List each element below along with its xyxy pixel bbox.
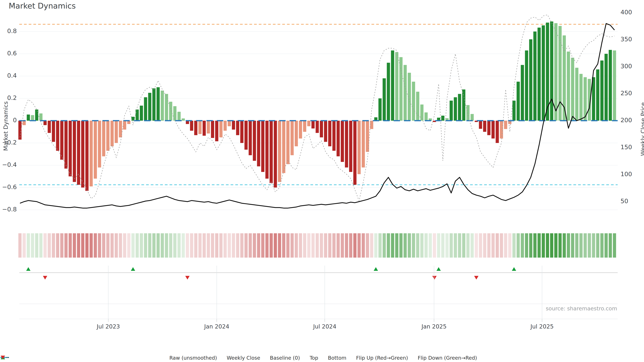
heatmap-cell	[550, 233, 553, 258]
heatmap-cell	[588, 233, 591, 258]
heatmap-cell	[140, 233, 143, 258]
heatmap-cell	[458, 233, 461, 258]
heatmap-cell	[575, 233, 578, 258]
right-tick-label: 400	[620, 9, 632, 15]
heatmap-cell	[600, 233, 604, 258]
heatmap-cell	[437, 233, 440, 258]
heatmap-cell	[278, 233, 281, 258]
bar	[378, 98, 382, 121]
bar	[52, 121, 55, 142]
heatmap-cell	[290, 233, 294, 258]
bar	[450, 100, 453, 121]
right-tick-label: 300	[620, 63, 632, 69]
heatmap-cell	[31, 233, 34, 258]
legend-item-price: Weekly Close	[224, 355, 260, 361]
x-tick-label: Jul 2024	[313, 323, 336, 330]
bar	[156, 87, 160, 121]
bar	[27, 114, 30, 121]
bar	[567, 52, 570, 121]
heatmap-cell	[173, 233, 176, 258]
bar	[312, 121, 314, 129]
bar	[320, 121, 323, 137]
heatmap-cell	[219, 233, 222, 258]
x-tick-label: Jan 2024	[204, 323, 229, 330]
heatmap-cell	[504, 233, 507, 258]
left-tick-label: −0.6	[0, 184, 17, 190]
bar	[219, 121, 222, 137]
heatmap-cell	[240, 233, 244, 258]
bar	[303, 121, 306, 132]
heatmap-cell	[525, 233, 528, 258]
left-tick-label: 0.4	[0, 72, 17, 79]
heatmap-cell	[470, 233, 474, 258]
heatmap-cell	[295, 233, 298, 258]
heatmap-cell	[416, 233, 419, 258]
bar	[90, 121, 93, 186]
right-tick-label: 100	[620, 171, 632, 177]
heatmap-cell	[475, 233, 478, 258]
bar	[387, 63, 390, 121]
bar	[512, 100, 516, 121]
heatmap-cell	[27, 233, 30, 258]
bar	[232, 121, 235, 130]
bar	[115, 121, 118, 143]
bar	[529, 39, 532, 121]
heatmap-cell	[479, 233, 482, 258]
heatmap-cell	[399, 233, 402, 258]
heatmap-cell	[110, 233, 114, 258]
heatmap-cell	[533, 233, 536, 258]
heatmap-cell	[496, 233, 499, 258]
bar	[483, 121, 486, 132]
bar	[358, 121, 361, 174]
bar	[144, 97, 147, 121]
bar	[215, 121, 218, 141]
bar	[253, 121, 256, 161]
heatmap-cell	[265, 233, 268, 258]
heatmap-cell	[424, 233, 428, 258]
left-tick-label: 0	[0, 117, 17, 123]
bar	[182, 118, 185, 121]
heatmap-cell	[336, 233, 340, 258]
bar	[60, 121, 64, 160]
heatmap-cell	[152, 233, 156, 258]
bar	[554, 23, 558, 121]
bar	[516, 82, 520, 121]
heatmap-cell	[228, 233, 231, 258]
heatmap-cell	[391, 233, 394, 258]
heatmap-cell	[429, 233, 432, 258]
heatmap-cell	[18, 233, 22, 258]
bar	[119, 121, 122, 137]
heatmap-cell	[68, 233, 72, 258]
heatmap-cell	[261, 233, 264, 258]
heatmap-cell	[341, 233, 344, 258]
bar	[600, 60, 604, 121]
legend-label: Top	[310, 355, 318, 361]
bar	[533, 31, 536, 121]
bar	[525, 50, 528, 121]
bar	[44, 121, 46, 125]
heatmap-cell	[462, 233, 466, 258]
bar	[496, 121, 499, 143]
left-tick-label: −0.8	[0, 206, 17, 213]
bar	[110, 121, 114, 146]
heatmap-cell	[207, 233, 210, 258]
heatmap-cell	[567, 233, 570, 258]
heatmap-cell	[270, 233, 273, 258]
heatmap-cell	[433, 233, 436, 258]
bar	[336, 121, 340, 156]
heatmap-cell	[39, 233, 42, 258]
heatmap-cell	[90, 233, 93, 258]
bar	[102, 121, 105, 156]
bar	[316, 121, 319, 133]
heatmap-cell	[119, 233, 122, 258]
flip-down-marker	[432, 276, 437, 280]
heatmap-cell	[123, 233, 126, 258]
bar	[278, 121, 281, 182]
bar	[382, 78, 386, 121]
bar	[165, 94, 168, 121]
heatmap-cell	[249, 233, 252, 258]
heatmap-cell	[236, 233, 239, 258]
bar	[416, 92, 419, 121]
heatmap-cell	[198, 233, 202, 258]
legend-item-baseline: Baseline (0)	[268, 355, 300, 361]
